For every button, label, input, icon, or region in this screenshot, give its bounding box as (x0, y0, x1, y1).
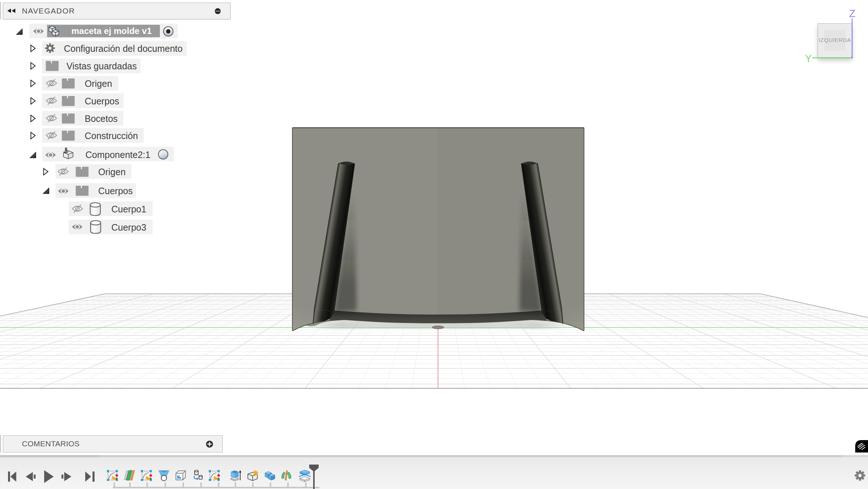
svg-text:Z: Z (849, 8, 856, 19)
svg-text:Y: Y (805, 53, 812, 64)
